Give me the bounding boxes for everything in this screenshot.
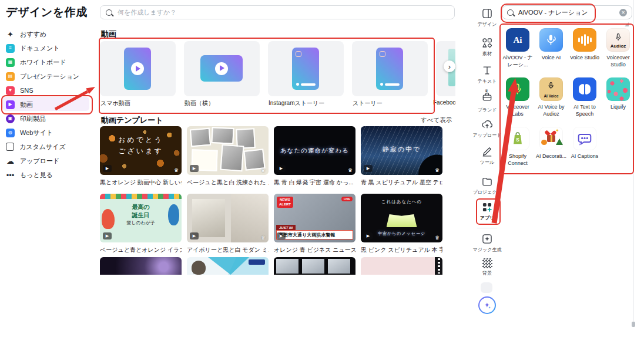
app-tile-voiceover-studio[interactable]: Audioz bbox=[606, 28, 630, 52]
app-tile-ai-decoration[interactable]: ✦ bbox=[539, 127, 563, 150]
sidebar-item-documents[interactable]: ≡ ドキュメント bbox=[6, 41, 92, 55]
play-icon: ▶ bbox=[103, 232, 112, 239]
sidebar-item-custom-size[interactable]: カスタムサイズ bbox=[6, 140, 92, 154]
svg-text:S: S bbox=[516, 137, 519, 143]
app-label[interactable]: Voice Studio bbox=[568, 55, 602, 62]
app-label[interactable]: AI Decorati... bbox=[534, 153, 568, 160]
app-label[interactable]: Shopify Connect bbox=[501, 153, 535, 167]
template-thumb-partial[interactable] bbox=[361, 257, 442, 275]
app-label[interactable]: AiVOOV - ナレーシ... bbox=[501, 55, 535, 68]
folder-icon bbox=[481, 176, 493, 187]
format-card-smartphone-video[interactable] bbox=[100, 41, 176, 96]
instagram-icon bbox=[380, 51, 385, 57]
format-preview bbox=[292, 48, 319, 90]
heart-icon bbox=[547, 129, 554, 134]
document-icon: ≡ bbox=[6, 44, 15, 53]
app-tile-voice-ai[interactable] bbox=[539, 28, 563, 52]
app-tile-voice-studio[interactable] bbox=[573, 28, 596, 52]
template-thumb[interactable]: 最高の 誕生日 愛しのわが子 ▶ bbox=[100, 194, 182, 242]
template-thumb[interactable]: あなたの運命が変わる ▶ ♛ bbox=[274, 126, 355, 175]
app-label[interactable]: AI Captions bbox=[568, 153, 602, 160]
upload-cloud-icon: ☁ bbox=[6, 157, 15, 166]
search-icon bbox=[106, 9, 112, 16]
template-thumb-partial[interactable] bbox=[100, 257, 182, 275]
text-to-speech-icon bbox=[579, 84, 591, 95]
app-label[interactable]: Voiceover Studio bbox=[601, 55, 635, 68]
sidebar-item-whiteboard[interactable]: ▦ ホワイトボード bbox=[6, 55, 92, 69]
sidebar-item-upload[interactable]: ☁ アップロード bbox=[6, 154, 92, 168]
rail-item-apps[interactable]: アプリ bbox=[474, 201, 501, 221]
rail-item-projects[interactable]: プロジェクト bbox=[474, 176, 501, 195]
see-all-link[interactable]: すべて表示 bbox=[421, 116, 452, 124]
sidebar-item-more[interactable]: ••• もっと見る bbox=[6, 168, 92, 182]
apps-search-input[interactable] bbox=[517, 8, 608, 16]
faded-rail-icon bbox=[481, 282, 492, 293]
template-thumb[interactable]: ▶ ♛ bbox=[187, 126, 269, 175]
template-thumb[interactable]: NEWSALERT LIVE JUST IN 高田市大通り大雨洪水警報 ▶ bbox=[274, 194, 355, 242]
rail-item-elements[interactable]: 素材 bbox=[474, 37, 501, 57]
elements-icon bbox=[481, 37, 493, 49]
rail-item-upload[interactable]: アップロード bbox=[474, 119, 501, 139]
carousel-next-button[interactable]: › bbox=[444, 60, 455, 72]
sidebar-item-video[interactable]: ▶ 動画 bbox=[6, 97, 92, 112]
template-thumb[interactable]: ▶ ♛ bbox=[187, 194, 269, 242]
scrollbar-thumb[interactable] bbox=[632, 322, 635, 327]
template-thumb[interactable]: おめでとう ございます ▶ ♛ bbox=[100, 126, 182, 175]
app-tile-aivoov[interactable]: Ai bbox=[506, 28, 529, 52]
template-thumb-partial[interactable] bbox=[274, 257, 355, 275]
sidebar-item-recommended[interactable]: ✦ おすすめ bbox=[6, 27, 92, 41]
app-tile-shopify-connect[interactable]: S bbox=[506, 127, 529, 150]
app-tile-voiceover-labs[interactable] bbox=[506, 77, 529, 101]
rail-item-text[interactable]: テキスト bbox=[474, 65, 501, 85]
pumpkin-icon bbox=[541, 140, 547, 145]
template-caption: ベージュと黒と白 洗練された スクラッ... bbox=[187, 178, 269, 187]
microphone-icon bbox=[511, 83, 524, 96]
app-tile-ai-text-to-speech[interactable] bbox=[573, 77, 596, 101]
custom-size-icon bbox=[6, 143, 14, 151]
home-search-bar[interactable] bbox=[100, 5, 455, 19]
template-thumb[interactable]: これはあなたへの 宇宙からのメッセージ ▶ ♛ bbox=[361, 194, 442, 242]
video-icon: ▶ bbox=[6, 100, 15, 109]
rail-divider bbox=[477, 228, 497, 228]
play-icon bbox=[131, 62, 144, 75]
template-thumb[interactable]: 静寂の中で ▶ ♛ bbox=[361, 126, 442, 175]
presentation-icon: ▤ bbox=[6, 72, 15, 81]
app-label[interactable]: Liquify bbox=[601, 104, 635, 111]
app-tile-liquify[interactable] bbox=[606, 77, 630, 101]
magic-assistant-button[interactable] bbox=[478, 296, 496, 314]
microphone-icon bbox=[614, 33, 623, 42]
microphone-icon bbox=[545, 33, 558, 46]
sidebar-item-website[interactable]: ◍ Webサイト bbox=[6, 126, 92, 140]
template-caption: アイボリーと黒と白 モダン ミニマリス... bbox=[187, 246, 269, 254]
app-label[interactable]: Voice AI bbox=[534, 55, 568, 62]
rail-item-design[interactable]: デザイン bbox=[474, 8, 501, 28]
app-label[interactable]: AI Text to Speech bbox=[568, 104, 602, 117]
app-label[interactable]: AI Voice by Audioz bbox=[534, 104, 568, 117]
home-search-input[interactable] bbox=[116, 8, 449, 16]
clear-search-button[interactable]: ✕ bbox=[619, 9, 627, 16]
audioz-wordmark: Audioz bbox=[606, 43, 630, 49]
app-tile-ai-captions[interactable] bbox=[573, 127, 596, 150]
format-card-video-landscape[interactable] bbox=[184, 41, 260, 96]
magic-sparkle-icon bbox=[481, 233, 493, 245]
app-label[interactable]: Voiceover Labs bbox=[501, 104, 535, 117]
more-dots-icon: ••• bbox=[6, 171, 15, 180]
format-preview bbox=[376, 48, 403, 90]
sidebar-item-presentation[interactable]: ▤ プレゼンテーション bbox=[6, 69, 92, 83]
rail-item-background[interactable]: 背景 bbox=[474, 258, 501, 276]
page-title: デザインを作成 bbox=[6, 5, 88, 20]
sidebar-item-sns[interactable]: ♥ SNS bbox=[6, 83, 92, 97]
upload-cloud-icon bbox=[481, 119, 493, 130]
print-icon: ▣ bbox=[6, 114, 15, 123]
format-card-story[interactable] bbox=[352, 41, 428, 96]
template-thumb-partial[interactable] bbox=[187, 257, 269, 275]
apps-search-bar[interactable]: ✕ bbox=[502, 5, 632, 19]
rail-item-tools[interactable]: ツール bbox=[474, 146, 501, 166]
sidebar-item-print[interactable]: ▣ 印刷製品 bbox=[6, 112, 92, 126]
app-tile-ai-voice-audioz[interactable]: AI Voice bbox=[539, 77, 563, 101]
rail-item-magic-generate[interactable]: マジック生成 bbox=[474, 233, 501, 253]
format-card-instagram-story[interactable] bbox=[268, 41, 344, 96]
rail-item-brand[interactable]: ♛ ブランド bbox=[474, 91, 501, 113]
play-icon: ▶ bbox=[277, 232, 286, 239]
play-icon: ▶ bbox=[277, 165, 286, 172]
